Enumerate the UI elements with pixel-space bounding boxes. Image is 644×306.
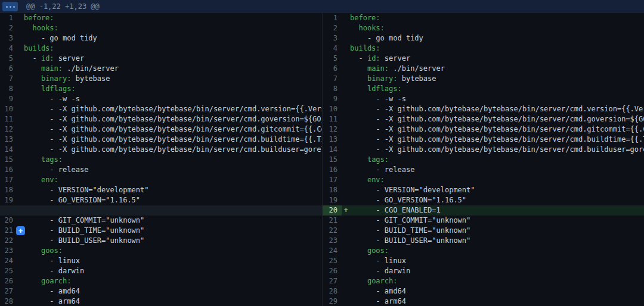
line-number[interactable]: 29: [323, 296, 342, 306]
line-number[interactable]: 25: [0, 266, 16, 276]
line-number[interactable]: 24: [0, 256, 16, 266]
line-number[interactable]: 25: [323, 256, 342, 266]
line-number[interactable]: 9: [323, 94, 342, 104]
line-number[interactable]: 27: [0, 286, 16, 296]
code-token: -: [350, 54, 367, 64]
line-number[interactable]: 17: [0, 175, 16, 185]
line-marker: [342, 165, 350, 175]
line-number[interactable]: 19: [0, 195, 16, 205]
line-marker: [342, 236, 350, 246]
code-token: - BUILD_TIME="unknown": [24, 226, 144, 236]
line-number[interactable]: 5: [0, 54, 16, 64]
line-number[interactable]: 23: [0, 246, 16, 256]
line-number[interactable]: 2: [323, 23, 342, 33]
code-line: - arm64: [342, 296, 644, 306]
line-marker: [342, 74, 350, 84]
line-number[interactable]: 18: [323, 185, 342, 195]
line-number[interactable]: 24: [323, 246, 342, 256]
line-number[interactable]: 28: [323, 286, 342, 296]
line-marker: [342, 64, 350, 74]
line-number[interactable]: 27: [323, 276, 342, 286]
code-token: - GO_VERSION="1.16.5": [350, 195, 466, 205]
line-number[interactable]: 4: [323, 43, 342, 54]
line-marker: [342, 256, 350, 266]
line-number[interactable]: 20: [0, 216, 16, 226]
line-marker: [342, 276, 350, 286]
line-marker: [16, 145, 24, 155]
line-number[interactable]: 10: [0, 104, 16, 114]
line-number[interactable]: 3: [323, 33, 342, 43]
line-number[interactable]: 6: [323, 64, 342, 74]
line-number[interactable]: 8: [0, 84, 16, 94]
line-number[interactable]: 10: [323, 104, 342, 114]
line-number[interactable]: 7: [0, 74, 16, 84]
code-line: ldflags:: [16, 84, 322, 94]
code-line: - -X github.com/bytebase/bytebase/bin/se…: [342, 104, 644, 114]
line-number[interactable]: 16: [0, 165, 16, 175]
line-number[interactable]: 22: [323, 226, 342, 236]
line-number[interactable]: 1: [0, 13, 16, 23]
code-token: [24, 74, 41, 84]
line-number[interactable]: 21: [0, 226, 16, 236]
diff-row: 17 env:: [323, 175, 644, 185]
diff-row: 13 - -X github.com/bytebase/bytebase/bin…: [323, 135, 644, 145]
line-number[interactable]: 14: [323, 145, 342, 155]
expand-hunk-button[interactable]: [2, 2, 18, 11]
line-number[interactable]: 7: [323, 74, 342, 84]
line-number[interactable]: 15: [323, 155, 342, 165]
line-number[interactable]: 13: [323, 135, 342, 145]
line-marker: [16, 256, 24, 266]
line-marker: [342, 195, 350, 205]
line-marker: [342, 216, 350, 226]
line-number[interactable]: 13: [0, 135, 16, 145]
line-number[interactable]: 26: [0, 276, 16, 286]
line-number[interactable]: 2: [0, 23, 16, 33]
line-marker: [16, 296, 24, 306]
line-number[interactable]: 22: [0, 236, 16, 246]
diff-row: 28 - amd64: [323, 286, 644, 296]
code-token: - CGO_ENABLED=1: [350, 205, 441, 216]
line-number[interactable]: 26: [323, 266, 342, 276]
line-number[interactable]: 15: [0, 155, 16, 165]
add-comment-button[interactable]: +: [16, 226, 25, 235]
line-number[interactable]: 3: [0, 33, 16, 43]
line-marker: [342, 185, 350, 195]
code-token: hooks:: [32, 23, 58, 33]
line-number[interactable]: 14: [0, 145, 16, 155]
code-token: - VERSION="development": [350, 185, 475, 195]
line-number[interactable]: 6: [0, 64, 16, 74]
code-line: - -X github.com/bytebase/bytebase/bin/se…: [16, 114, 322, 124]
diff-row: 7 binary: bytebase: [0, 74, 322, 84]
line-number[interactable]: 5: [323, 54, 342, 64]
code-token: [24, 64, 41, 74]
line-marker: [16, 236, 24, 246]
code-line: - GIT_COMMIT="unknown": [342, 216, 644, 226]
line-marker: [342, 175, 350, 185]
code-line: - go mod tidy: [342, 33, 644, 43]
line-number[interactable]: 12: [323, 124, 342, 135]
code-line: goarch:: [16, 276, 322, 286]
line-number[interactable]: 21: [323, 216, 342, 226]
code-token: tags:: [41, 155, 63, 165]
line-number[interactable]: 12: [0, 124, 16, 135]
code-token: - -X github.com/bytebase/bytebase/bin/se…: [24, 104, 322, 114]
line-number[interactable]: 16: [323, 165, 342, 175]
line-number[interactable]: 11: [0, 114, 16, 124]
diff-row: 8 ldflags:: [323, 84, 644, 94]
code-line: tags:: [342, 155, 644, 165]
line-number[interactable]: 4: [0, 43, 16, 54]
line-number[interactable]: 17: [323, 175, 342, 185]
line-number[interactable]: 18: [0, 185, 16, 195]
line-number[interactable]: 9: [0, 94, 16, 104]
diff-row: 27 - amd64: [0, 286, 322, 296]
code-token: builds:: [350, 43, 380, 54]
diff-row: 27 goarch:: [323, 276, 644, 286]
line-number[interactable]: 19: [323, 195, 342, 205]
line-number[interactable]: 8: [323, 84, 342, 94]
line-marker: [342, 54, 350, 64]
line-number[interactable]: 11: [323, 114, 342, 124]
line-number[interactable]: 1: [323, 13, 342, 23]
line-number[interactable]: 20: [323, 205, 342, 216]
line-number[interactable]: 23: [323, 236, 342, 246]
line-number[interactable]: 28: [0, 296, 16, 306]
